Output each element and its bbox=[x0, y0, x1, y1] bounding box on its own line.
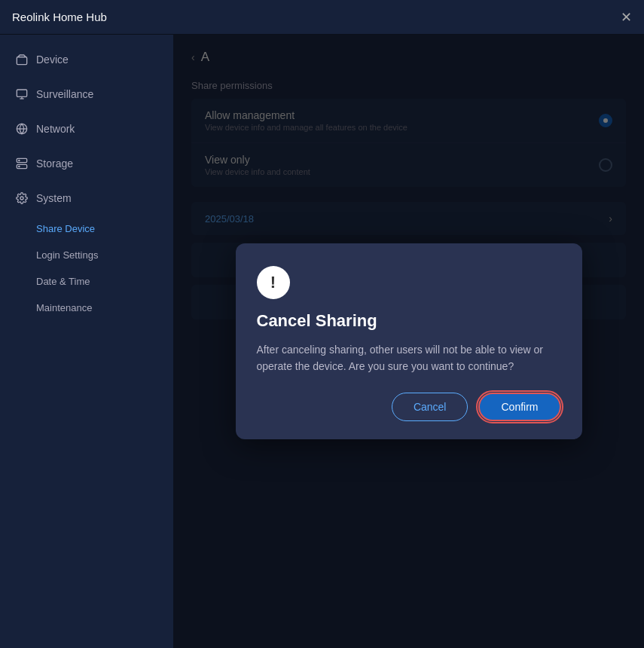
svg-point-9 bbox=[19, 166, 20, 167]
sidebar-item-system[interactable]: System bbox=[0, 181, 173, 215]
modal-title: Cancel Sharing bbox=[257, 311, 561, 331]
sidebar-item-device[interactable]: Device bbox=[0, 42, 173, 77]
sidebar-subitem-date-time[interactable]: Date & Time bbox=[0, 268, 173, 295]
globe-icon bbox=[15, 122, 29, 136]
svg-point-10 bbox=[20, 197, 23, 200]
modal-warning-icon: ! bbox=[257, 266, 290, 299]
sidebar-item-network[interactable]: Network bbox=[0, 112, 173, 146]
modal-overlay: ! Cancel Sharing After canceling sharing… bbox=[173, 35, 644, 648]
sidebar-subitem-share-device-label: Share Device bbox=[36, 223, 95, 234]
sidebar: Device Surveillance Network bbox=[0, 35, 173, 648]
sidebar-subitem-date-time-label: Date & Time bbox=[36, 276, 90, 287]
sidebar-subitem-share-device[interactable]: Share Device bbox=[0, 215, 173, 242]
sidebar-item-network-label: Network bbox=[36, 123, 75, 135]
sidebar-item-storage[interactable]: Storage bbox=[0, 146, 173, 181]
sidebar-subitem-login-settings[interactable]: Login Settings bbox=[0, 242, 173, 268]
main-layout: Device Surveillance Network bbox=[0, 35, 644, 648]
content-area: ‹ A Share permissions Allow management V… bbox=[173, 35, 644, 648]
sidebar-item-storage-label: Storage bbox=[36, 157, 73, 170]
storage-icon bbox=[15, 157, 29, 170]
titlebar: Reolink Home Hub ✕ bbox=[0, 0, 644, 35]
monitor-icon bbox=[15, 87, 29, 101]
modal-actions: Cancel Confirm bbox=[257, 393, 561, 421]
svg-rect-1 bbox=[17, 90, 26, 96]
gear-icon bbox=[15, 191, 29, 205]
modal-cancel-button[interactable]: Cancel bbox=[392, 393, 469, 421]
svg-point-8 bbox=[19, 160, 20, 160]
modal-body: After canceling sharing, other users wil… bbox=[257, 341, 561, 375]
sidebar-subitem-login-settings-label: Login Settings bbox=[36, 249, 98, 261]
sidebar-subitem-maintenance[interactable]: Maintenance bbox=[0, 295, 173, 321]
app-title: Reolink Home Hub bbox=[12, 11, 107, 23]
sidebar-item-surveillance[interactable]: Surveillance bbox=[0, 77, 173, 112]
close-button[interactable]: ✕ bbox=[621, 11, 632, 24]
sidebar-subitem-maintenance-label: Maintenance bbox=[36, 302, 92, 313]
camera-icon bbox=[15, 53, 29, 66]
sidebar-item-surveillance-label: Surveillance bbox=[36, 88, 93, 100]
modal-confirm-button[interactable]: Confirm bbox=[478, 393, 560, 421]
sidebar-item-device-label: Device bbox=[36, 53, 69, 66]
svg-rect-0 bbox=[17, 57, 26, 65]
sidebar-item-system-label: System bbox=[36, 192, 72, 204]
cancel-sharing-modal: ! Cancel Sharing After canceling sharing… bbox=[236, 243, 582, 440]
